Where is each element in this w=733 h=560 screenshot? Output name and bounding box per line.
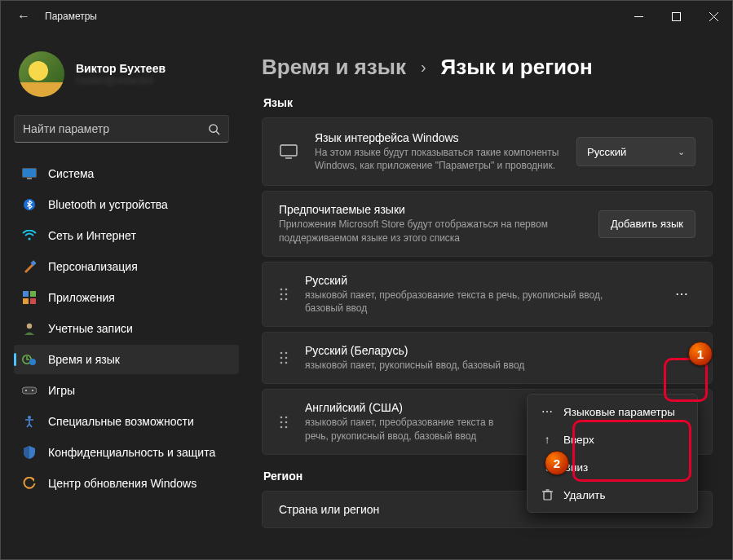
breadcrumb-root[interactable]: Время и язык bbox=[262, 55, 406, 80]
brush-icon bbox=[22, 259, 37, 274]
ui-language-select[interactable]: Русский ⌄ bbox=[576, 137, 695, 166]
sidebar-item-accessibility[interactable]: Специальные возможности bbox=[14, 407, 239, 436]
select-value: Русский bbox=[587, 146, 626, 158]
svg-point-34 bbox=[280, 362, 283, 364]
sidebar-item-label: Игры bbox=[48, 384, 75, 397]
svg-point-24 bbox=[280, 289, 283, 291]
sidebar-item-personalization[interactable]: Персонализация bbox=[14, 252, 239, 281]
svg-point-17 bbox=[29, 359, 36, 365]
sidebar-item-time-language[interactable]: Время и язык bbox=[14, 345, 239, 374]
language-features: языковой пакет, преобразование текста в … bbox=[305, 416, 517, 442]
breadcrumb: Время и язык › Язык и регион bbox=[262, 55, 713, 80]
language-more-button[interactable]: ⋯ bbox=[668, 280, 695, 308]
add-language-button[interactable]: Добавить язык bbox=[598, 210, 695, 238]
drag-handle-icon[interactable] bbox=[279, 351, 289, 365]
drag-handle-icon[interactable] bbox=[279, 415, 289, 430]
ctx-item-label: Удалить bbox=[563, 489, 606, 501]
card-title: Язык интерфейса Windows bbox=[315, 131, 560, 144]
svg-point-36 bbox=[280, 416, 283, 418]
ctx-delete[interactable]: Удалить bbox=[531, 481, 694, 509]
sidebar: Виктор Бухтеев hidden@redacted Найти пар… bbox=[1, 32, 245, 560]
search-input[interactable]: Найти параметр bbox=[14, 115, 229, 143]
card-title: Предпочитаемые языки bbox=[279, 203, 582, 216]
sidebar-item-label: Приложения bbox=[48, 291, 115, 304]
chevron-down-icon: ⌄ bbox=[678, 147, 685, 157]
sidebar-item-label: Специальные возможности bbox=[48, 415, 194, 428]
profile-email: hidden@redacted bbox=[76, 75, 166, 86]
sidebar-item-bluetooth[interactable]: Bluetooth и устройства bbox=[14, 190, 239, 219]
svg-point-15 bbox=[27, 324, 32, 329]
sidebar-item-gaming[interactable]: Игры bbox=[14, 376, 239, 405]
svg-point-41 bbox=[285, 426, 288, 428]
svg-point-39 bbox=[285, 421, 288, 423]
annotation-badge: 1 bbox=[688, 342, 713, 366]
svg-rect-6 bbox=[23, 169, 37, 178]
close-button[interactable] bbox=[695, 1, 732, 32]
svg-point-26 bbox=[280, 293, 283, 296]
apps-icon bbox=[22, 290, 37, 305]
svg-point-9 bbox=[28, 237, 30, 240]
profile-block[interactable]: Виктор Бухтеев hidden@redacted bbox=[19, 51, 239, 97]
minimize-button[interactable] bbox=[620, 1, 657, 32]
svg-point-19 bbox=[25, 390, 27, 391]
svg-rect-42 bbox=[544, 492, 551, 500]
sidebar-item-accounts[interactable]: Учетные записи bbox=[14, 314, 239, 343]
svg-point-32 bbox=[280, 357, 283, 359]
wifi-icon bbox=[22, 228, 37, 243]
svg-point-30 bbox=[280, 352, 283, 355]
breadcrumb-leaf: Язык и регион bbox=[441, 55, 593, 80]
svg-point-38 bbox=[280, 421, 283, 423]
nav-list: Система Bluetooth и устройства Сеть и Ин… bbox=[14, 159, 239, 498]
svg-point-29 bbox=[285, 298, 288, 301]
sidebar-item-apps[interactable]: Приложения bbox=[14, 283, 239, 312]
language-row: Русский (Беларусь) языковой пакет, рукоп… bbox=[262, 332, 713, 384]
sidebar-item-system[interactable]: Система bbox=[14, 159, 239, 188]
svg-rect-22 bbox=[280, 145, 297, 156]
svg-rect-14 bbox=[30, 298, 36, 304]
ctx-item-label: Вверх bbox=[563, 434, 594, 446]
svg-point-25 bbox=[285, 289, 288, 291]
drag-handle-icon[interactable] bbox=[279, 287, 289, 302]
chevron-right-icon: › bbox=[421, 58, 426, 77]
back-button[interactable]: ← bbox=[17, 9, 30, 24]
sidebar-item-label: Персонализация bbox=[48, 260, 138, 273]
svg-line-5 bbox=[216, 131, 219, 134]
sidebar-item-label: Время и язык bbox=[48, 353, 120, 366]
sidebar-item-privacy[interactable]: Конфиденциальность и защита bbox=[14, 438, 239, 467]
more-icon: ⋯ bbox=[541, 405, 554, 418]
svg-point-37 bbox=[285, 416, 288, 418]
sidebar-item-label: Bluetooth и устройства bbox=[48, 198, 168, 211]
sidebar-item-network[interactable]: Сеть и Интернет bbox=[14, 221, 239, 250]
svg-rect-18 bbox=[22, 387, 37, 394]
language-features: языковой пакет, преобразование текста в … bbox=[305, 289, 631, 315]
svg-point-40 bbox=[280, 426, 283, 428]
ctx-language-options[interactable]: ⋯ Языковые параметры bbox=[531, 398, 694, 426]
annotation-badge: 2 bbox=[545, 451, 569, 475]
search-placeholder: Найти параметр bbox=[23, 122, 208, 135]
svg-point-4 bbox=[210, 124, 217, 131]
user-icon bbox=[22, 321, 37, 336]
profile-name: Виктор Бухтеев bbox=[76, 62, 166, 75]
preferred-languages-card: Предпочитаемые языки Приложения Microsof… bbox=[262, 191, 713, 256]
ctx-item-label: Языковые параметры bbox=[563, 406, 675, 418]
display-icon bbox=[22, 166, 37, 181]
svg-rect-7 bbox=[27, 178, 32, 179]
time-lang-icon bbox=[22, 352, 37, 367]
svg-rect-1 bbox=[672, 12, 680, 20]
search-icon bbox=[208, 123, 220, 135]
sidebar-item-update[interactable]: Центр обновления Windows bbox=[14, 469, 239, 498]
trash-icon bbox=[541, 489, 554, 500]
ctx-move-up[interactable]: ↑ Вверх bbox=[531, 426, 694, 453]
svg-point-27 bbox=[285, 293, 288, 296]
svg-point-33 bbox=[285, 357, 288, 359]
svg-rect-12 bbox=[30, 291, 36, 297]
maximize-button[interactable] bbox=[657, 1, 695, 32]
svg-point-21 bbox=[28, 416, 31, 419]
bluetooth-icon bbox=[22, 197, 37, 212]
sidebar-item-label: Сеть и Интернет bbox=[48, 229, 136, 242]
shield-icon bbox=[22, 445, 37, 460]
ui-language-card: Язык интерфейса Windows На этом языке бу… bbox=[262, 117, 713, 186]
arrow-up-icon: ↑ bbox=[541, 434, 554, 446]
display-icon bbox=[279, 144, 298, 159]
games-icon bbox=[22, 383, 37, 398]
